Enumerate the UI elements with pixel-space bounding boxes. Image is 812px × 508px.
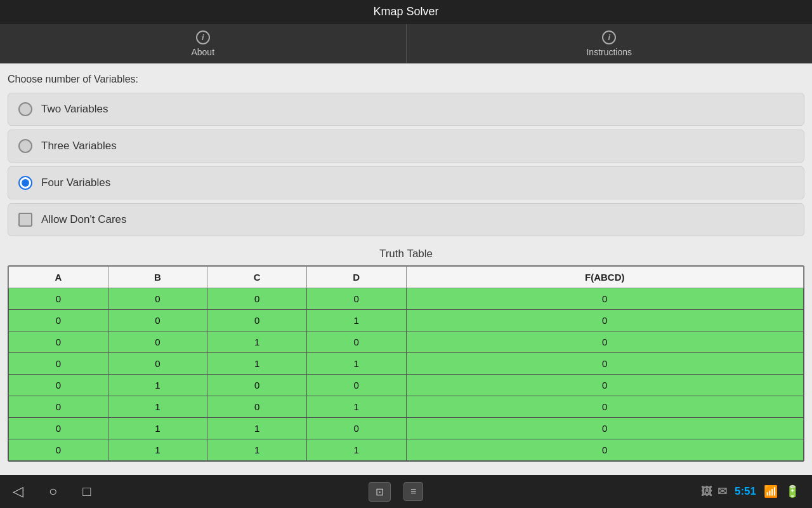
tab-about[interactable]: i About xyxy=(0,24,407,63)
checkbox-dont-cares-box xyxy=(18,213,32,227)
cell-b: 1 xyxy=(108,418,207,439)
table-row[interactable]: 00100 xyxy=(9,331,804,353)
radio-two-variables[interactable]: Two Variables xyxy=(8,93,804,126)
table-row[interactable]: 00000 xyxy=(9,288,804,310)
truth-table-title: Truth Table xyxy=(8,248,804,260)
nav-right-group: 🖼 ✉ 5:51 📶 🔋 xyxy=(701,485,799,498)
cell-d: 1 xyxy=(306,353,406,375)
checkbox-dont-cares-label: Allow Don't Cares xyxy=(41,213,127,226)
wifi-icon: 📶 xyxy=(764,485,778,498)
cell-c: 1 xyxy=(207,439,307,461)
title-bar: Kmap Solver xyxy=(0,0,812,24)
recent-apps-button[interactable]: □ xyxy=(82,483,91,500)
cell-d: 1 xyxy=(306,310,406,331)
radio-three-circle xyxy=(18,139,32,153)
cell-a: 0 xyxy=(9,439,108,461)
cell-c: 1 xyxy=(207,353,307,375)
tab-instructions-label: Instructions xyxy=(586,47,632,57)
cell-d: 1 xyxy=(306,396,406,418)
cell-b: 0 xyxy=(108,310,207,331)
screenshot-button[interactable]: ⊡ xyxy=(369,482,391,502)
radio-two-label: Two Variables xyxy=(41,103,108,116)
cell-f[interactable]: 0 xyxy=(406,375,804,396)
truth-table-section: Truth Table A B C D F(ABCD) 000000001000… xyxy=(8,248,804,462)
cell-f[interactable]: 0 xyxy=(406,331,804,353)
radio-four-variables[interactable]: Four Variables xyxy=(8,166,804,199)
radio-four-circle xyxy=(18,176,32,190)
col-header-f: F(ABCD) xyxy=(406,267,804,288)
image-icon: 🖼 xyxy=(701,485,712,498)
cell-b: 0 xyxy=(108,288,207,310)
back-button[interactable]: ◁ xyxy=(13,483,23,500)
cell-b: 0 xyxy=(108,331,207,353)
cell-f[interactable]: 0 xyxy=(406,353,804,375)
table-row[interactable]: 01100 xyxy=(9,418,804,439)
radio-two-circle xyxy=(18,102,32,116)
col-header-c: C xyxy=(207,267,307,288)
radio-four-label: Four Variables xyxy=(41,177,110,189)
cell-d: 1 xyxy=(306,439,406,461)
mail-icon: ✉ xyxy=(717,485,727,498)
cell-d: 0 xyxy=(306,288,406,310)
cell-b: 1 xyxy=(108,396,207,418)
cell-c: 0 xyxy=(207,375,307,396)
instructions-icon: i xyxy=(602,30,616,44)
cell-a: 0 xyxy=(9,288,108,310)
battery-icon: 🔋 xyxy=(785,485,799,498)
cell-a: 0 xyxy=(9,375,108,396)
choose-variables-label: Choose number of Variables: xyxy=(8,74,804,85)
table-row[interactable]: 01000 xyxy=(9,375,804,396)
radio-three-variables[interactable]: Three Variables xyxy=(8,130,804,163)
screenshot-icon: ⊡ xyxy=(376,486,384,498)
table-row[interactable]: 01010 xyxy=(9,396,804,418)
tab-instructions[interactable]: i Instructions xyxy=(407,24,813,63)
cell-c: 1 xyxy=(207,418,307,439)
cell-c: 0 xyxy=(207,310,307,331)
table-row[interactable]: 00110 xyxy=(9,353,804,375)
status-bar-icons: 🖼 ✉ xyxy=(701,485,727,498)
cell-a: 0 xyxy=(9,331,108,353)
cell-c: 0 xyxy=(207,396,307,418)
cell-f[interactable]: 0 xyxy=(406,396,804,418)
truth-table-body: 0000000010001000011001000010100110001110 xyxy=(9,288,804,461)
home-button[interactable]: ○ xyxy=(49,483,57,500)
about-icon: i xyxy=(196,30,210,44)
cell-f[interactable]: 0 xyxy=(406,310,804,331)
table-row[interactable]: 00010 xyxy=(9,310,804,331)
truth-table-wrapper: A B C D F(ABCD) 000000001000100001100100… xyxy=(8,265,804,462)
cell-b: 1 xyxy=(108,375,207,396)
radio-three-label: Three Variables xyxy=(41,140,117,152)
cell-c: 1 xyxy=(207,331,307,353)
cell-f[interactable]: 0 xyxy=(406,439,804,461)
cell-d: 0 xyxy=(306,331,406,353)
tab-bar: i About i Instructions xyxy=(0,24,812,64)
cell-b: 0 xyxy=(108,353,207,375)
nav-bar: ◁ ○ □ ⊡ ≡ 🖼 ✉ 5:51 📶 🔋 xyxy=(0,475,812,508)
cell-c: 0 xyxy=(207,288,307,310)
checkbox-dont-cares[interactable]: Allow Don't Cares xyxy=(8,203,804,236)
truth-table: A B C D F(ABCD) 000000001000100001100100… xyxy=(8,266,804,461)
col-header-a: A xyxy=(9,267,108,288)
app-title: Kmap Solver xyxy=(373,5,438,18)
clock: 5:51 xyxy=(735,485,756,498)
table-row[interactable]: 01110 xyxy=(9,439,804,461)
table-header-row: A B C D F(ABCD) xyxy=(9,267,804,288)
cell-d: 0 xyxy=(306,418,406,439)
cell-a: 0 xyxy=(9,418,108,439)
nav-center-group: ⊡ ≡ xyxy=(369,482,423,502)
cell-b: 1 xyxy=(108,439,207,461)
nav-left-group: ◁ ○ □ xyxy=(13,483,91,500)
menu-icon: ≡ xyxy=(410,486,416,497)
col-header-d: D xyxy=(306,267,406,288)
col-header-b: B xyxy=(108,267,207,288)
cell-f[interactable]: 0 xyxy=(406,288,804,310)
cell-d: 0 xyxy=(306,375,406,396)
cell-f[interactable]: 0 xyxy=(406,418,804,439)
menu-button[interactable]: ≡ xyxy=(403,482,423,501)
cell-a: 0 xyxy=(9,310,108,331)
cell-a: 0 xyxy=(9,396,108,418)
main-content: Choose number of Variables: Two Variable… xyxy=(0,64,812,475)
tab-about-label: About xyxy=(191,47,214,57)
cell-a: 0 xyxy=(9,353,108,375)
